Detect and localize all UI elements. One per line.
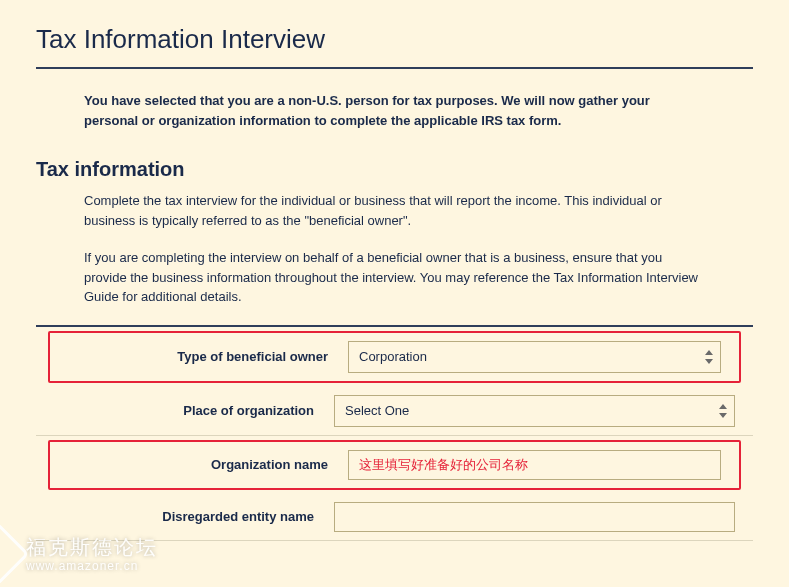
label-beneficial-owner-type: Type of beneficial owner [68,349,340,364]
section-para-2: If you are completing the interview on b… [84,248,705,307]
select-place-of-organization[interactable] [334,395,735,427]
label-disregarded-entity-name: Disregarded entity name [54,509,326,524]
row-place-of-organization: Place of organization [36,387,753,436]
label-place-of-organization: Place of organization [54,403,326,418]
section-para-1: Complete the tax interview for the indiv… [84,191,705,230]
row-beneficial-owner-type: Type of beneficial owner [48,331,741,383]
input-disregarded-entity-name[interactable] [334,502,735,532]
intro-text: You have selected that you are a non-U.S… [36,91,753,130]
row-organization-name: Organization name [48,440,741,490]
section-description: Complete the tax interview for the indiv… [36,191,753,307]
input-organization-name[interactable] [348,450,721,480]
title-divider [36,67,753,69]
watermark-line2: www.amazoner.cn [26,559,158,573]
section-divider [36,325,753,327]
row-disregarded-entity-name: Disregarded entity name [36,494,753,541]
page-title: Tax Information Interview [36,24,753,55]
label-organization-name: Organization name [68,457,340,472]
select-beneficial-owner-type[interactable] [348,341,721,373]
section-heading: Tax information [36,158,753,181]
